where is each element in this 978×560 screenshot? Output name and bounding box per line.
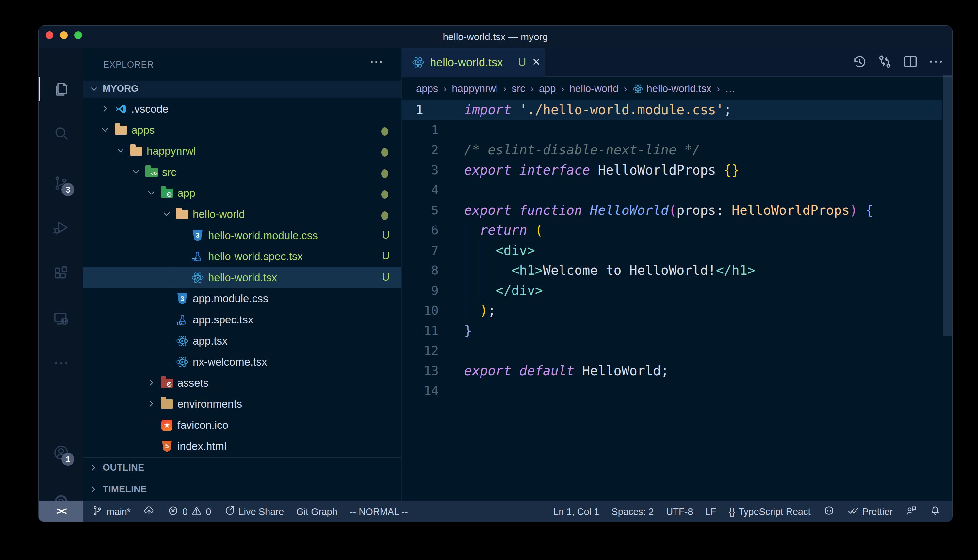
activity-item-run-debug[interactable] [38,213,83,242]
code-line[interactable]: 3export interface HelloWorldProps {} [402,160,942,180]
breadcrumb-item-hello-world[interactable]: hello-world [570,83,619,95]
line-number[interactable]: 8 [402,260,439,280]
line-number[interactable]: 5 [402,200,439,220]
outline-section-header[interactable]: OUTLINE [83,457,401,478]
workspace-section-header[interactable]: MYORG [83,81,401,98]
status-git-branch[interactable]: main* [92,505,130,519]
close-icon[interactable]: × [532,55,540,69]
line-number[interactable]: 3 [402,160,439,180]
remote-indicator[interactable]: >< [38,501,83,522]
code-line[interactable]: 13export default HelloWorld; [402,361,942,381]
more-actions-button[interactable] [927,53,945,70]
tree-item-app-tsx[interactable]: app.tsx [83,330,401,352]
tab-hello-world-tsx[interactable]: hello-world.tsx U × [402,48,545,77]
breadcrumb-item-happynrwl[interactable]: happynrwl [452,83,498,95]
status-prettier[interactable]: Prettier [848,505,893,519]
line-number[interactable]: 13 [402,361,439,381]
activity-item-source-control[interactable]: 3 [38,169,83,197]
code-line[interactable]: 14 [402,380,942,401]
code-line[interactable]: 5export function HelloWorld(props: Hello… [402,200,942,220]
status-feedback[interactable] [905,505,917,519]
tree-item-hello-world-tsx[interactable]: hello-world.tsxU [83,267,401,288]
code-editor[interactable]: 1import './hello-world.module.css';12/* … [402,100,952,501]
breadcrumb-item-app[interactable]: app [539,83,556,95]
status-cursor-position[interactable]: Ln 1, Col 1 [553,507,599,517]
activity-item-remote-explorer[interactable] [38,305,83,333]
code-line[interactable]: 12 [402,340,942,361]
folder-icon [160,397,174,410]
open-timeline-button[interactable] [851,53,868,70]
activity-item-accounts[interactable]: 1 [38,438,83,467]
breadcrumb-item-apps[interactable]: apps [416,83,438,95]
status-problems[interactable]: 00 [167,505,211,519]
code-line[interactable]: 9 </div> [402,280,942,300]
status-encoding[interactable]: UTF-8 [666,507,693,517]
line-number[interactable]: 10 [402,300,439,320]
code-line[interactable]: 7 <div> [402,240,942,260]
status-publish-changes[interactable] [143,505,155,519]
code-line[interactable]: 10 ); [402,300,942,320]
status-bar: >< main*00Live ShareGit Graph-- NORMAL -… [38,501,952,522]
split-icon [902,66,919,71]
tree-item-src[interactable]: </>src [83,162,401,183]
breadcrumb-item-[interactable]: … [725,83,735,95]
status-notifications[interactable] [930,505,941,519]
tree-item-app-spec-tsx[interactable]: TSapp.spec.tsx [83,309,401,330]
line-number[interactable]: 11 [402,320,439,341]
activity-item-search[interactable] [38,119,83,148]
status-git-graph[interactable]: Git Graph [296,507,338,517]
line-number[interactable]: 12 [402,340,439,361]
breadcrumb-item-src[interactable]: src [512,83,525,95]
code-line[interactable]: 6 return ( [402,220,942,240]
line-number[interactable]: 7 [402,240,439,260]
tree-item-vscode[interactable]: .vscode [83,98,401,120]
tree-item-hello-world-module-css[interactable]: 3hello-world.module.cssU [83,225,401,246]
timeline-section-header[interactable]: TIMELINE [83,479,401,500]
tree-item-favicon-ico[interactable]: ★favicon.ico [83,415,401,436]
tree-item-assets[interactable]: assets [83,372,401,393]
tree-item-environments[interactable]: environments [83,393,401,415]
status-copilot[interactable] [823,505,835,519]
code-line[interactable]: 1 [402,120,942,140]
line-number[interactable]: 1 [402,120,439,140]
status-indentation[interactable]: Spaces: 2 [612,507,654,517]
code-text: export default HelloWorld; [464,361,669,381]
activity-item-extensions[interactable] [38,259,83,288]
line-number[interactable]: 2 [402,140,439,160]
split-editor-button[interactable] [902,53,919,70]
tree-item-app-module-css[interactable]: 3app.module.css [83,288,401,309]
code-line[interactable]: 11} [402,320,942,341]
line-number[interactable]: 14 [402,380,439,401]
editor-scrollbar[interactable] [943,75,951,337]
tree-item-index-html[interactable]: 5index.html [83,436,401,457]
status-eol[interactable]: LF [705,507,716,517]
activity-item-more-views[interactable] [38,349,83,378]
tree-item-apps[interactable]: apps [83,120,401,141]
tree-item-app[interactable]: app [83,182,401,203]
html-icon: 5 [160,440,174,453]
tree-item-happynrwl[interactable]: happynrwl [83,140,401,162]
code-line[interactable]: 1import './hello-world.module.css'; [402,100,942,120]
more-actions-icon[interactable]: ··· [370,55,384,69]
git-modified-dot-badge [381,127,388,136]
status-live-share[interactable]: Live Share [224,505,284,519]
line-number[interactable]: 1 [402,100,439,120]
tree-item-nx-welcome-tsx[interactable]: nx-welcome.tsx [83,351,401,372]
line-number[interactable]: 4 [402,180,439,200]
code-line[interactable]: 8 <h1>Welcome to HelloWorld!</h1> [402,260,942,280]
tree-item-hello-world-spec-tsx[interactable]: TShello-world.spec.tsxU [83,246,401,267]
open-changes-button[interactable] [876,53,893,70]
breadcrumb-separator: › [624,83,627,94]
tree-item-label: assets [177,377,208,389]
breadcrumb-item-hello-world-tsx[interactable]: hello-world.tsx [632,83,711,95]
code-line[interactable]: 2/* eslint-disable-next-line */ [402,140,942,160]
status-vim-mode[interactable]: -- NORMAL -- [350,507,408,517]
line-number[interactable]: 9 [402,280,439,300]
tree-item-hello-world[interactable]: hello-world [83,203,401,225]
status-language-mode[interactable]: {}TypeScript React [729,507,811,517]
activity-item-explorer[interactable] [38,75,83,103]
activity-bar: 311 [38,48,83,501]
git-untracked-badge: U [382,271,390,283]
code-line[interactable]: 4 [402,180,942,200]
line-number[interactable]: 6 [402,220,439,240]
